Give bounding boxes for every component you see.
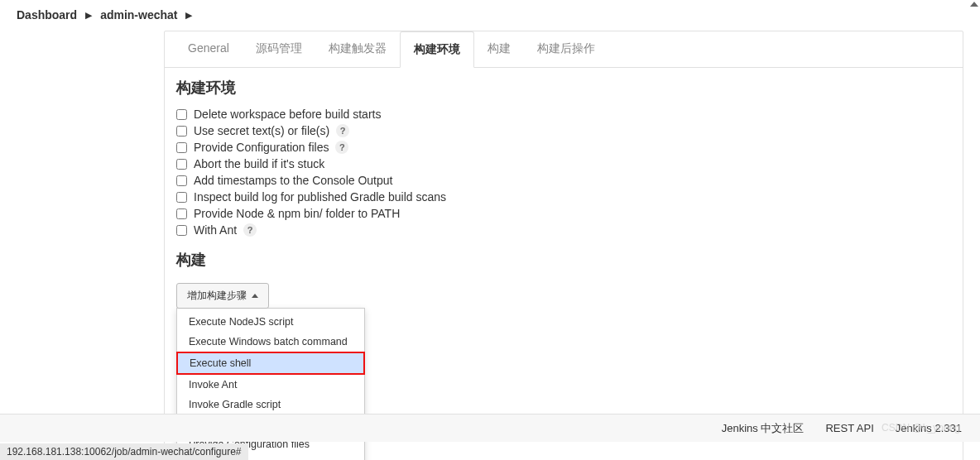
- env-option-label: Use secret text(s) or file(s): [194, 124, 329, 137]
- build-step-option[interactable]: Execute Windows batch command: [177, 332, 364, 352]
- build-step-option[interactable]: Invoke Gradle script: [177, 395, 364, 414]
- page-footer: Jenkins 中文社区 REST API Jenkins 2.331: [0, 414, 980, 442]
- env-option-label: Delete workspace before build starts: [194, 108, 381, 121]
- env-option: Delete workspace before build starts: [176, 106, 951, 122]
- env-option: Provide Configuration files?: [176, 139, 951, 156]
- env-option: Use secret text(s) or file(s)?: [176, 122, 951, 139]
- watermark-text: CSDN @k_young: [882, 422, 960, 434]
- chevron-right-icon: ▶: [185, 10, 192, 21]
- caret-up-icon: [252, 294, 258, 298]
- env-option-checkbox[interactable]: [176, 175, 187, 186]
- env-option-label: Provide Configuration files: [194, 141, 329, 154]
- breadcrumb-job[interactable]: admin-wechat: [100, 8, 177, 22]
- status-bar-url: 192.168.181.138:10062/job/admin-wechat/c…: [0, 443, 248, 460]
- env-option-label: Add timestamps to the Console Output: [194, 174, 392, 187]
- env-option-label: With Ant: [194, 223, 237, 237]
- config-card: General 源码管理 构建触发器 构建环境 构建 构建后操作 构建环境 De…: [164, 31, 963, 460]
- breadcrumb-dashboard[interactable]: Dashboard: [17, 8, 77, 22]
- build-step-option[interactable]: Execute NodeJS script: [177, 312, 364, 332]
- tab-build-env[interactable]: 构建环境: [400, 31, 474, 68]
- env-option-checkbox[interactable]: [176, 208, 187, 219]
- footer-rest-api-link[interactable]: REST API: [825, 422, 873, 434]
- build-heading: 构建: [176, 250, 951, 270]
- env-option: Provide Node & npm bin/ folder to PATH: [176, 205, 951, 222]
- chevron-right-icon: ▶: [85, 10, 92, 21]
- add-build-step-button[interactable]: 增加构建步骤: [176, 283, 269, 309]
- breadcrumb: Dashboard ▶ admin-wechat ▶: [0, 0, 980, 31]
- config-tabs: General 源码管理 构建触发器 构建环境 构建 构建后操作: [165, 31, 963, 68]
- env-option-checkbox[interactable]: [176, 192, 187, 203]
- tab-build[interactable]: 构建: [474, 31, 524, 67]
- env-option-checkbox[interactable]: [176, 159, 187, 170]
- env-option-label: Inspect build log for published Gradle b…: [194, 190, 446, 204]
- help-icon[interactable]: ?: [335, 141, 348, 154]
- tab-post-build[interactable]: 构建后操作: [524, 31, 608, 67]
- footer-community-link[interactable]: Jenkins 中文社区: [722, 421, 805, 436]
- env-option-checkbox[interactable]: [176, 126, 187, 137]
- env-option: Add timestamps to the Console Output: [176, 172, 951, 189]
- tab-triggers[interactable]: 构建触发器: [315, 31, 400, 67]
- build-env-section: 构建环境 Delete workspace before build start…: [165, 68, 963, 248]
- build-env-heading: 构建环境: [176, 78, 951, 98]
- help-icon[interactable]: ?: [336, 124, 349, 137]
- env-option-label: Provide Node & npm bin/ folder to PATH: [194, 207, 400, 220]
- env-option-checkbox[interactable]: [176, 109, 187, 120]
- env-option-checkbox[interactable]: [176, 142, 187, 153]
- tab-general[interactable]: General: [175, 31, 243, 67]
- env-option-label: Abort the build if it's stuck: [194, 157, 324, 170]
- env-option: With Ant?: [176, 222, 951, 238]
- env-option: Inspect build log for published Gradle b…: [176, 189, 951, 205]
- scroll-up-icon[interactable]: [970, 2, 978, 7]
- tab-scm[interactable]: 源码管理: [243, 31, 315, 67]
- build-step-option[interactable]: Invoke Ant: [177, 375, 364, 395]
- env-option-checkbox[interactable]: [176, 225, 187, 236]
- add-build-step-label: 增加构建步骤: [187, 289, 247, 303]
- help-icon[interactable]: ?: [243, 223, 257, 237]
- build-step-option[interactable]: Execute shell: [176, 352, 365, 375]
- env-option: Abort the build if it's stuck: [176, 156, 951, 172]
